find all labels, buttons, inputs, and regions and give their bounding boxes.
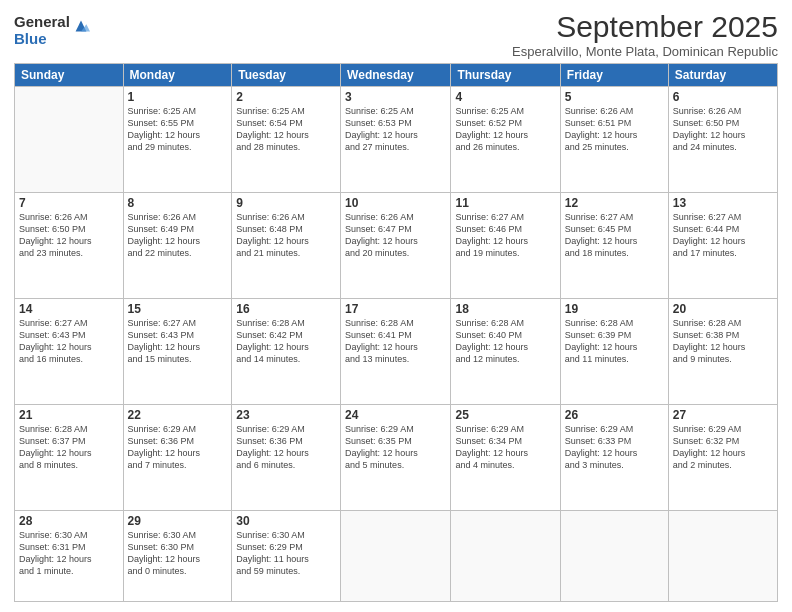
day-cell (560, 510, 668, 601)
weekday-header-sunday: Sunday (15, 64, 124, 87)
day-info: Sunrise: 6:28 AM Sunset: 6:41 PM Dayligh… (345, 317, 446, 366)
weekday-header-tuesday: Tuesday (232, 64, 341, 87)
day-cell: 11Sunrise: 6:27 AM Sunset: 6:46 PM Dayli… (451, 192, 560, 298)
day-number: 19 (565, 302, 664, 316)
day-number: 25 (455, 408, 555, 422)
day-info: Sunrise: 6:29 AM Sunset: 6:35 PM Dayligh… (345, 423, 446, 472)
day-cell: 13Sunrise: 6:27 AM Sunset: 6:44 PM Dayli… (668, 192, 777, 298)
day-cell: 21Sunrise: 6:28 AM Sunset: 6:37 PM Dayli… (15, 404, 124, 510)
day-number: 27 (673, 408, 773, 422)
day-cell: 8Sunrise: 6:26 AM Sunset: 6:49 PM Daylig… (123, 192, 232, 298)
day-number: 3 (345, 90, 446, 104)
day-info: Sunrise: 6:29 AM Sunset: 6:33 PM Dayligh… (565, 423, 664, 472)
weekday-header-thursday: Thursday (451, 64, 560, 87)
day-number: 23 (236, 408, 336, 422)
day-info: Sunrise: 6:27 AM Sunset: 6:43 PM Dayligh… (128, 317, 228, 366)
day-number: 22 (128, 408, 228, 422)
day-cell: 12Sunrise: 6:27 AM Sunset: 6:45 PM Dayli… (560, 192, 668, 298)
day-info: Sunrise: 6:28 AM Sunset: 6:42 PM Dayligh… (236, 317, 336, 366)
logo-blue-text: Blue (14, 31, 70, 48)
day-number: 24 (345, 408, 446, 422)
logo: General Blue (14, 14, 90, 47)
day-info: Sunrise: 6:26 AM Sunset: 6:50 PM Dayligh… (673, 105, 773, 154)
day-info: Sunrise: 6:28 AM Sunset: 6:37 PM Dayligh… (19, 423, 119, 472)
month-title: September 2025 (512, 10, 778, 44)
day-cell: 26Sunrise: 6:29 AM Sunset: 6:33 PM Dayli… (560, 404, 668, 510)
week-row-3: 14Sunrise: 6:27 AM Sunset: 6:43 PM Dayli… (15, 298, 778, 404)
day-number: 30 (236, 514, 336, 528)
day-cell: 18Sunrise: 6:28 AM Sunset: 6:40 PM Dayli… (451, 298, 560, 404)
day-number: 21 (19, 408, 119, 422)
day-info: Sunrise: 6:27 AM Sunset: 6:44 PM Dayligh… (673, 211, 773, 260)
week-row-5: 28Sunrise: 6:30 AM Sunset: 6:31 PM Dayli… (15, 510, 778, 601)
day-cell: 7Sunrise: 6:26 AM Sunset: 6:50 PM Daylig… (15, 192, 124, 298)
day-info: Sunrise: 6:27 AM Sunset: 6:46 PM Dayligh… (455, 211, 555, 260)
day-cell: 23Sunrise: 6:29 AM Sunset: 6:36 PM Dayli… (232, 404, 341, 510)
day-number: 13 (673, 196, 773, 210)
day-cell: 14Sunrise: 6:27 AM Sunset: 6:43 PM Dayli… (15, 298, 124, 404)
day-number: 12 (565, 196, 664, 210)
day-cell: 2Sunrise: 6:25 AM Sunset: 6:54 PM Daylig… (232, 87, 341, 193)
day-cell: 17Sunrise: 6:28 AM Sunset: 6:41 PM Dayli… (341, 298, 451, 404)
day-number: 28 (19, 514, 119, 528)
day-info: Sunrise: 6:30 AM Sunset: 6:29 PM Dayligh… (236, 529, 336, 578)
day-cell: 10Sunrise: 6:26 AM Sunset: 6:47 PM Dayli… (341, 192, 451, 298)
day-number: 10 (345, 196, 446, 210)
day-info: Sunrise: 6:27 AM Sunset: 6:45 PM Dayligh… (565, 211, 664, 260)
day-cell: 25Sunrise: 6:29 AM Sunset: 6:34 PM Dayli… (451, 404, 560, 510)
header: General Blue September 2025 Esperalvillo… (14, 10, 778, 59)
day-cell (451, 510, 560, 601)
day-number: 2 (236, 90, 336, 104)
day-cell (15, 87, 124, 193)
calendar-page: General Blue September 2025 Esperalvillo… (0, 0, 792, 612)
day-number: 16 (236, 302, 336, 316)
day-info: Sunrise: 6:29 AM Sunset: 6:32 PM Dayligh… (673, 423, 773, 472)
day-number: 8 (128, 196, 228, 210)
weekday-header-row: SundayMondayTuesdayWednesdayThursdayFrid… (15, 64, 778, 87)
day-cell: 19Sunrise: 6:28 AM Sunset: 6:39 PM Dayli… (560, 298, 668, 404)
day-info: Sunrise: 6:26 AM Sunset: 6:47 PM Dayligh… (345, 211, 446, 260)
day-info: Sunrise: 6:26 AM Sunset: 6:50 PM Dayligh… (19, 211, 119, 260)
day-number: 14 (19, 302, 119, 316)
weekday-header-saturday: Saturday (668, 64, 777, 87)
day-info: Sunrise: 6:25 AM Sunset: 6:55 PM Dayligh… (128, 105, 228, 154)
day-cell: 15Sunrise: 6:27 AM Sunset: 6:43 PM Dayli… (123, 298, 232, 404)
week-row-2: 7Sunrise: 6:26 AM Sunset: 6:50 PM Daylig… (15, 192, 778, 298)
day-info: Sunrise: 6:29 AM Sunset: 6:36 PM Dayligh… (236, 423, 336, 472)
day-info: Sunrise: 6:28 AM Sunset: 6:39 PM Dayligh… (565, 317, 664, 366)
day-info: Sunrise: 6:26 AM Sunset: 6:51 PM Dayligh… (565, 105, 664, 154)
logo-icon (72, 17, 90, 35)
day-cell: 20Sunrise: 6:28 AM Sunset: 6:38 PM Dayli… (668, 298, 777, 404)
day-info: Sunrise: 6:27 AM Sunset: 6:43 PM Dayligh… (19, 317, 119, 366)
day-number: 6 (673, 90, 773, 104)
day-info: Sunrise: 6:30 AM Sunset: 6:30 PM Dayligh… (128, 529, 228, 578)
day-number: 7 (19, 196, 119, 210)
day-info: Sunrise: 6:29 AM Sunset: 6:36 PM Dayligh… (128, 423, 228, 472)
title-block: September 2025 Esperalvillo, Monte Plata… (512, 10, 778, 59)
day-number: 17 (345, 302, 446, 316)
day-cell: 22Sunrise: 6:29 AM Sunset: 6:36 PM Dayli… (123, 404, 232, 510)
day-cell: 9Sunrise: 6:26 AM Sunset: 6:48 PM Daylig… (232, 192, 341, 298)
day-number: 26 (565, 408, 664, 422)
weekday-header-wednesday: Wednesday (341, 64, 451, 87)
day-cell (341, 510, 451, 601)
day-cell (668, 510, 777, 601)
day-info: Sunrise: 6:25 AM Sunset: 6:54 PM Dayligh… (236, 105, 336, 154)
day-cell: 3Sunrise: 6:25 AM Sunset: 6:53 PM Daylig… (341, 87, 451, 193)
day-number: 20 (673, 302, 773, 316)
day-info: Sunrise: 6:28 AM Sunset: 6:40 PM Dayligh… (455, 317, 555, 366)
day-cell: 27Sunrise: 6:29 AM Sunset: 6:32 PM Dayli… (668, 404, 777, 510)
day-info: Sunrise: 6:30 AM Sunset: 6:31 PM Dayligh… (19, 529, 119, 578)
day-number: 4 (455, 90, 555, 104)
week-row-1: 1Sunrise: 6:25 AM Sunset: 6:55 PM Daylig… (15, 87, 778, 193)
day-info: Sunrise: 6:26 AM Sunset: 6:48 PM Dayligh… (236, 211, 336, 260)
day-number: 18 (455, 302, 555, 316)
day-number: 1 (128, 90, 228, 104)
day-info: Sunrise: 6:29 AM Sunset: 6:34 PM Dayligh… (455, 423, 555, 472)
day-cell: 4Sunrise: 6:25 AM Sunset: 6:52 PM Daylig… (451, 87, 560, 193)
day-cell: 16Sunrise: 6:28 AM Sunset: 6:42 PM Dayli… (232, 298, 341, 404)
day-cell: 24Sunrise: 6:29 AM Sunset: 6:35 PM Dayli… (341, 404, 451, 510)
day-number: 11 (455, 196, 555, 210)
day-cell: 1Sunrise: 6:25 AM Sunset: 6:55 PM Daylig… (123, 87, 232, 193)
day-number: 29 (128, 514, 228, 528)
